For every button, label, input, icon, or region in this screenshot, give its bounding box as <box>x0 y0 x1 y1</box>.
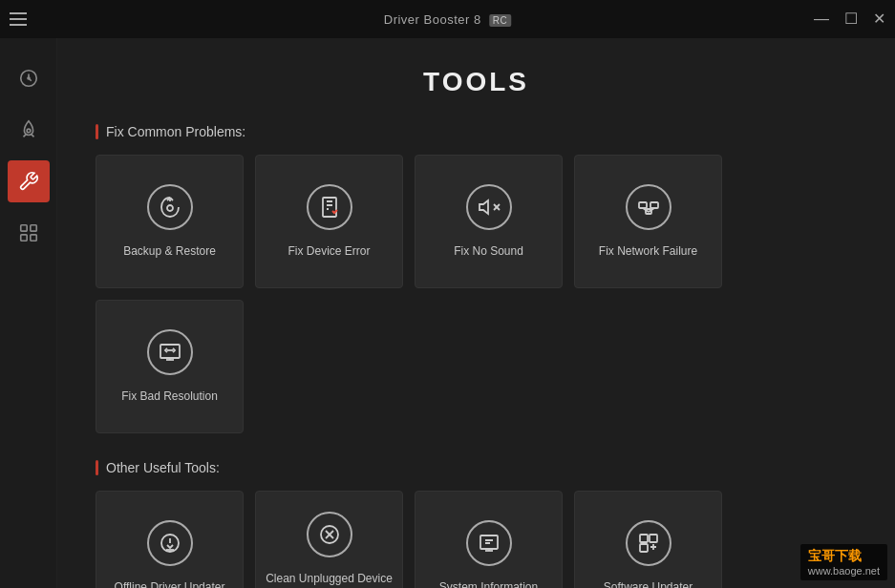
main-layout: TOOLS Fix Common Problems: Backup & Rest… <box>0 38 895 588</box>
tool-fix-no-sound[interactable]: Fix No Sound <box>415 155 563 288</box>
title-bar: Driver Booster 8 RC — ☐ ✕ <box>0 0 895 38</box>
sidebar-item-boost[interactable] <box>8 109 50 151</box>
watermark: 宝哥下载 www.baoge.net <box>800 544 887 580</box>
watermark-line2: www.baoge.net <box>808 565 880 577</box>
section-other-tools-header: Other Useful Tools: <box>96 460 857 475</box>
svg-rect-29 <box>640 535 648 542</box>
backup-restore-label: Backup & Restore <box>123 243 216 260</box>
svg-rect-17 <box>160 345 180 358</box>
svg-point-7 <box>167 205 173 211</box>
close-button[interactable]: ✕ <box>873 11 885 27</box>
sidebar <box>0 38 57 588</box>
svg-rect-31 <box>640 544 648 552</box>
version-badge: RC <box>489 14 511 27</box>
software-updater-label: Software Updater <box>604 579 693 588</box>
section-fix-common-header: Fix Common Problems: <box>96 124 857 139</box>
svg-rect-5 <box>20 235 26 241</box>
svg-rect-3 <box>20 225 26 231</box>
fix-bad-resolution-icon <box>147 329 193 375</box>
minimize-button[interactable]: — <box>814 11 829 27</box>
content-area: TOOLS Fix Common Problems: Backup & Rest… <box>57 38 895 588</box>
svg-rect-6 <box>30 235 35 241</box>
svg-rect-26 <box>480 536 498 549</box>
backup-restore-icon <box>147 184 193 230</box>
fix-no-sound-label: Fix No Sound <box>454 243 523 260</box>
page-title: TOOLS <box>96 67 857 97</box>
tool-fix-bad-resolution[interactable]: Fix Bad Resolution <box>96 300 244 433</box>
offline-driver-updater-icon <box>147 520 193 566</box>
svg-rect-14 <box>650 202 658 208</box>
tool-fix-network-failure[interactable]: Fix Network Failure <box>574 155 722 288</box>
sidebar-item-apps[interactable] <box>8 212 50 254</box>
svg-point-1 <box>27 76 31 80</box>
section-fix-common-label: Fix Common Problems: <box>106 124 245 139</box>
maximize-button[interactable]: ☐ <box>844 11 858 27</box>
section-bar <box>96 124 98 139</box>
system-information-label: System Information <box>439 579 538 588</box>
app-title: Driver Booster 8 RC <box>384 12 512 27</box>
sidebar-item-dashboard[interactable] <box>8 57 50 99</box>
section-other-tools-label: Other Useful Tools: <box>106 460 220 475</box>
title-bar-left <box>10 12 27 26</box>
fix-common-grid: Backup & Restore Fix Device Error <box>96 155 857 433</box>
section-bar-2 <box>96 460 98 475</box>
svg-rect-12 <box>639 202 647 208</box>
tool-clean-unplugged[interactable]: Clean Unplugged Device Data <box>255 491 403 588</box>
software-updater-icon <box>626 520 671 566</box>
tool-backup-restore[interactable]: Backup & Restore <box>96 155 244 288</box>
fix-bad-resolution-label: Fix Bad Resolution <box>121 388 218 405</box>
system-information-icon <box>466 520 512 566</box>
watermark-line1: 宝哥下载 <box>808 548 880 565</box>
svg-rect-30 <box>650 535 657 542</box>
offline-driver-updater-label: Offline Driver Updater <box>115 579 225 588</box>
clean-unplugged-icon <box>307 512 352 557</box>
fix-device-error-label: Fix Device Error <box>288 243 370 260</box>
tool-system-information[interactable]: System Information <box>415 491 563 588</box>
svg-point-2 <box>27 129 31 133</box>
menu-button[interactable] <box>10 12 27 26</box>
tool-offline-driver-updater[interactable]: Offline Driver Updater <box>96 491 244 588</box>
fix-device-error-icon <box>307 184 352 230</box>
other-tools-grid: Offline Driver Updater Clean Unplugged D… <box>96 491 857 588</box>
svg-rect-4 <box>30 225 35 231</box>
fix-no-sound-icon <box>466 184 512 230</box>
clean-unplugged-label: Clean Unplugged Device Data <box>266 571 393 588</box>
fix-network-failure-icon <box>626 184 671 230</box>
tool-fix-device-error[interactable]: Fix Device Error <box>255 155 403 288</box>
window-controls: — ☐ ✕ <box>814 11 885 27</box>
sidebar-item-tools[interactable] <box>8 160 50 202</box>
tool-software-updater[interactable]: Software Updater <box>574 491 722 588</box>
fix-network-failure-label: Fix Network Failure <box>599 243 697 260</box>
svg-marker-9 <box>479 200 488 214</box>
